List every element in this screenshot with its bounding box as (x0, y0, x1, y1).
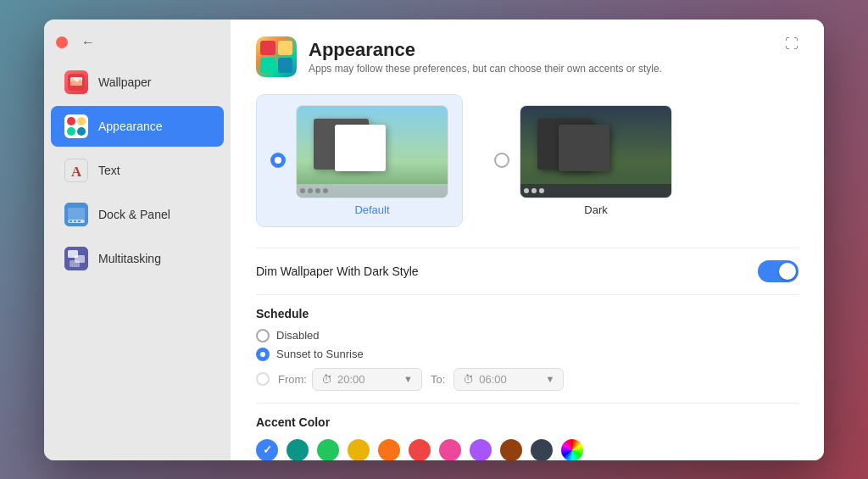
sidebar-item-multitasking-label: Multitasking (98, 252, 161, 265)
sidebar-item-multitasking[interactable]: Multitasking (51, 238, 224, 279)
from-label: From: (278, 373, 307, 386)
dim-wallpaper-toggle[interactable] (758, 260, 798, 282)
svg-point-5 (77, 117, 86, 125)
svg-point-7 (77, 127, 86, 136)
taskbar-dot-dark-2 (531, 188, 537, 193)
sidebar-item-text-label: Text (98, 164, 120, 177)
theme-preview-default-container: Default (296, 105, 448, 216)
accent-dot-dark-gray[interactable] (531, 439, 553, 460)
sidebar-item-appearance-label: Appearance (98, 120, 163, 133)
preview-taskbar-default (297, 184, 448, 198)
theme-option-default[interactable]: Default (256, 94, 463, 227)
schedule-sunset-option[interactable]: Sunset to Sunrise (256, 348, 798, 361)
schedule-disabled-option[interactable]: Disabled (256, 329, 798, 343)
svg-rect-19 (70, 260, 80, 267)
taskbar-dot-3 (315, 188, 320, 193)
sidebar-item-wallpaper[interactable]: Wallpaper (51, 62, 224, 103)
icon-dot-red (260, 41, 275, 56)
from-time-group: From: ⏱ 20:00 ▼ (278, 368, 422, 391)
theme-selector: Default Dark (256, 94, 798, 227)
theme-label-default: Default (354, 203, 389, 216)
page-subtitle: Apps may follow these preferences, but c… (309, 63, 662, 75)
appearance-icon (64, 114, 88, 138)
window-controls: × ← (44, 28, 231, 60)
from-time-dropdown[interactable]: ⏱ 20:00 ▼ (312, 368, 422, 391)
svg-rect-14 (74, 220, 76, 222)
wallpaper-icon (64, 70, 88, 94)
accent-color-section: Accent Color (256, 403, 798, 460)
accent-dot-brown[interactable] (500, 439, 522, 460)
svg-text:A: A (71, 163, 81, 179)
accent-dot-rainbow[interactable] (561, 439, 583, 460)
accent-dot-yellow[interactable] (348, 439, 370, 460)
dim-wallpaper-label: Dim Wallpaper With Dark Style (256, 265, 419, 278)
accent-dot-blue[interactable] (256, 439, 278, 460)
preview-taskbar-dark (520, 184, 671, 198)
fullscreen-button[interactable]: ⛶ (785, 36, 798, 52)
sidebar-item-dock-label: Dock & Panel (98, 208, 170, 221)
sidebar-item-appearance[interactable]: Appearance (51, 106, 224, 147)
toggle-knob (779, 263, 796, 280)
to-time-dropdown[interactable]: ⏱ 06:00 ▼ (453, 368, 564, 391)
theme-radio-dark (494, 153, 509, 168)
to-time-value: 06:00 (479, 373, 540, 386)
accent-dot-teal[interactable] (287, 439, 309, 460)
back-button[interactable]: ← (81, 35, 95, 50)
settings-window: × ← Wallpaper (44, 19, 824, 460)
preview-window-front-default (335, 125, 386, 171)
accent-dot-purple[interactable] (470, 439, 492, 460)
schedule-title: Schedule (256, 307, 798, 320)
theme-preview-dark (520, 105, 672, 198)
schedule-disabled-radio (256, 329, 270, 343)
preview-window-front-dark (559, 125, 609, 171)
accent-dot-orange[interactable] (378, 439, 400, 460)
svg-rect-13 (70, 220, 72, 222)
theme-preview-dark-container: Dark (520, 105, 672, 216)
page-title: Appearance (309, 39, 662, 61)
svg-rect-15 (78, 220, 81, 222)
svg-rect-11 (68, 208, 85, 220)
taskbar-dot-dark-3 (539, 188, 544, 193)
multitasking-icon (64, 247, 88, 270)
taskbar-dot-2 (308, 188, 313, 193)
sidebar-item-text[interactable]: A Text (51, 150, 224, 191)
accent-title: Accent Color (256, 415, 798, 429)
from-clock-icon: ⏱ (321, 373, 332, 386)
close-button[interactable]: × (56, 36, 68, 48)
sidebar: × ← Wallpaper (44, 19, 231, 460)
icon-dot-yellow (278, 41, 293, 56)
to-chevron-icon: ▼ (545, 374, 554, 384)
schedule-section: Schedule Disabled Sunset to Sunrise From… (256, 294, 798, 403)
main-content: Appearance Apps may follow these prefere… (231, 19, 824, 460)
svg-point-2 (72, 79, 75, 81)
dim-wallpaper-row: Dim Wallpaper With Dark Style (256, 248, 798, 294)
svg-rect-3 (64, 114, 88, 138)
accent-dot-red[interactable] (409, 439, 431, 460)
time-radio (256, 372, 270, 386)
to-separator: To: (431, 373, 445, 386)
svg-point-4 (67, 117, 75, 125)
header-text: Appearance Apps may follow these prefere… (309, 39, 662, 75)
sidebar-item-dock-panel[interactable]: Dock & Panel (51, 194, 224, 235)
header-app-icon (256, 36, 297, 77)
taskbar-dot-1 (300, 188, 305, 193)
accent-dot-pink[interactable] (439, 439, 461, 460)
accent-dot-green[interactable] (317, 439, 339, 460)
theme-option-dark[interactable]: Dark (480, 94, 687, 227)
accent-color-list (256, 439, 798, 460)
to-clock-icon: ⏱ (463, 373, 474, 386)
icon-dot-green (260, 58, 275, 73)
theme-label-dark: Dark (584, 203, 607, 216)
schedule-disabled-label: Disabled (276, 329, 320, 342)
theme-radio-default (270, 153, 286, 168)
page-header: Appearance Apps may follow these prefere… (256, 36, 798, 77)
icon-dot-blue (278, 58, 293, 73)
from-time-value: 20:00 (337, 373, 398, 386)
header-left: Appearance Apps may follow these prefere… (256, 36, 662, 77)
taskbar-dot-dark-1 (524, 188, 529, 193)
schedule-sunset-label: Sunset to Sunrise (276, 348, 364, 360)
theme-preview-default (296, 105, 448, 198)
schedule-sunset-radio (256, 348, 270, 361)
time-range-row: From: ⏱ 20:00 ▼ To: ⏱ 06:00 ▼ (256, 368, 798, 391)
text-icon: A (64, 159, 88, 182)
